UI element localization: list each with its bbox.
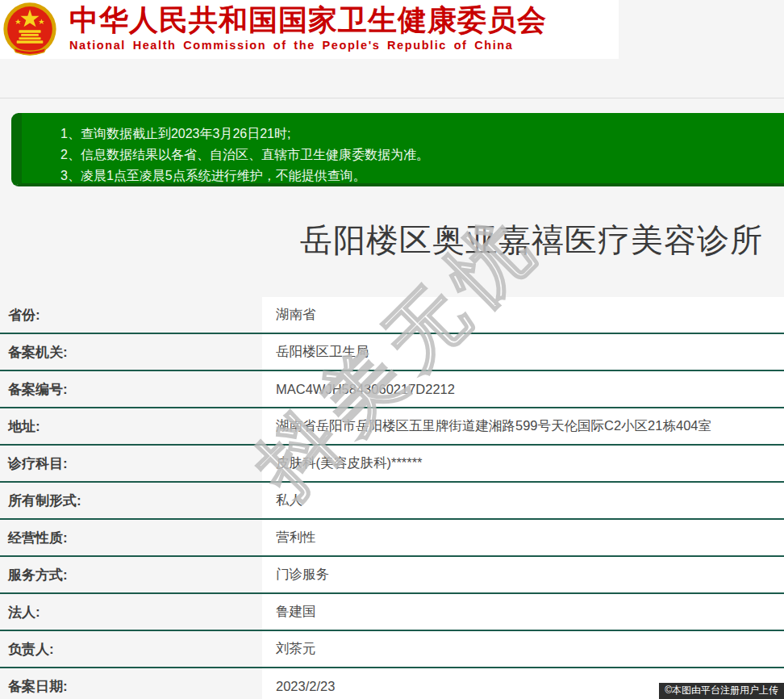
field-value: 鲁建国 [262,594,784,630]
field-label: 服务方式: [0,557,262,592]
field-label: 负责人: [0,631,262,667]
result-title: 岳阳楼区奥亚嘉禧医疗美容诊所 [0,218,763,262]
field-value: 门诊服务 [262,557,784,592]
info-table: 省份: 湖南省 备案机关: 岳阳楼区卫生局 备案编号: MAC4WJH58430… [0,297,784,699]
table-row: 法人: 鲁建国 [0,594,784,631]
table-row: 备案机关: 岳阳楼区卫生局 [0,334,784,371]
field-value: 岳阳楼区卫生局 [262,334,784,370]
field-value: 湖南省岳阳市岳阳楼区五里牌街道建湘路599号天伦国际C2小区21栋404室 [262,408,784,444]
field-label: 所有制形式: [0,483,262,518]
field-label: 诊疗科目: [0,446,262,481]
field-label: 法人: [0,594,262,630]
field-label: 经营性质: [0,520,262,555]
page: 中华人民共和国国家卫生健康委员会 National Health Commiss… [0,0,784,699]
table-row: 经营性质: 营利性 [0,520,784,557]
field-label: 备案日期: [0,668,262,699]
table-row: 所有制形式: 私人 [0,483,784,520]
table-row: 服务方式: 门诊服务 [0,557,784,594]
china-national-emblem-icon [2,2,57,57]
field-value: 湖南省 [262,297,784,333]
notice-line: 2、信息数据结果以各省、自治区、直辖市卫生健康委数据为准。 [60,144,776,165]
table-row: 诊疗科目: 皮肤科(美容皮肤科)****** [0,446,784,483]
table-row: 省份: 湖南省 [0,297,784,334]
field-label: 备案机关: [0,334,262,370]
field-label: 备案编号: [0,371,262,407]
field-label: 省份: [0,297,262,333]
field-value: 营利性 [262,520,784,555]
field-value: 刘茶元 [262,631,784,667]
notice-line: 1、查询数据截止到2023年3月26日21时; [60,123,776,144]
header-title-cn: 中华人民共和国国家卫生健康委员会 [69,3,547,37]
attribution-badge: ©本图由平台注册用户上传 [659,683,784,699]
header-title-en: National Health Commission of the People… [69,37,547,53]
header-text: 中华人民共和国国家卫生健康委员会 National Health Commiss… [69,3,547,53]
field-label: 地址: [0,408,262,444]
notice-line: 3、凌晨1点至凌晨5点系统进行维护，不能提供查询。 [60,165,776,186]
notice-list: 1、查询数据截止到2023年3月26日21时;2、信息数据结果以各省、自治区、直… [60,123,776,186]
header-banner: 中华人民共和国国家卫生健康委员会 National Health Commiss… [0,0,619,59]
table-row: 备案编号: MAC4WJH5843060217D2212 [0,371,784,408]
table-row: 地址: 湖南省岳阳市岳阳楼区五里牌街道建湘路599号天伦国际C2小区21栋404… [0,408,784,446]
notice-box: 1、查询数据截止到2023年3月26日21时;2、信息数据结果以各省、自治区、直… [11,113,784,186]
field-value: MAC4WJH5843060217D2212 [262,371,784,407]
field-value: 皮肤科(美容皮肤科)****** [262,446,784,481]
table-row: 负责人: 刘茶元 [0,631,784,668]
header-divider [0,59,784,98]
field-value: 私人 [262,483,784,518]
